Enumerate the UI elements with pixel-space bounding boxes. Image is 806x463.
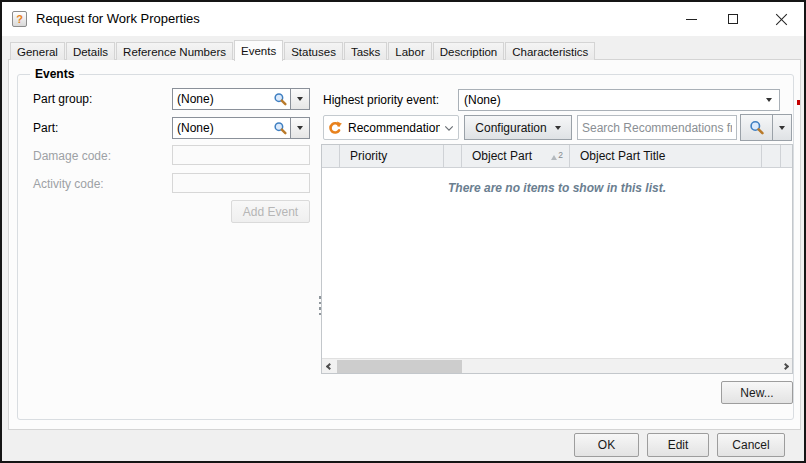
ok-button[interactable]: OK bbox=[574, 433, 639, 457]
minimize-icon bbox=[686, 19, 697, 20]
highest-priority-event-label: Highest priority event: bbox=[323, 93, 439, 107]
help-document-icon: ? bbox=[12, 11, 27, 27]
chevron-left-icon bbox=[325, 363, 332, 370]
edit-button[interactable]: Edit bbox=[647, 433, 709, 457]
tab-tasks[interactable]: Tasks bbox=[344, 42, 387, 60]
required-indicator bbox=[797, 100, 800, 105]
tab-reference-numbers[interactable]: Reference Numbers bbox=[116, 42, 233, 60]
tab-characteristics[interactable]: Characteristics bbox=[505, 42, 595, 60]
part-group-label: Part group: bbox=[33, 92, 92, 106]
tab-strip: General Details Reference Numbers Events… bbox=[10, 41, 596, 60]
part-dropdown-button[interactable] bbox=[290, 118, 309, 138]
maximize-button[interactable] bbox=[716, 2, 750, 36]
search-input[interactable] bbox=[577, 115, 737, 140]
chevron-down-icon bbox=[759, 98, 779, 102]
column-blank-3[interactable] bbox=[762, 145, 781, 167]
part-group-value: (None) bbox=[173, 89, 270, 109]
activity-code-label: Activity code: bbox=[33, 177, 104, 191]
chevron-down-icon bbox=[297, 126, 303, 130]
chevron-down-icon bbox=[297, 97, 303, 101]
close-button[interactable] bbox=[764, 2, 798, 36]
group-legend: Events bbox=[30, 67, 79, 81]
scroll-right-button[interactable] bbox=[778, 359, 792, 374]
column-object-part-title[interactable]: Object Part Title bbox=[570, 145, 762, 167]
title-bar[interactable]: ? Request for Work Properties bbox=[2, 2, 804, 36]
column-priority[interactable]: Priority bbox=[340, 145, 444, 167]
chevron-down-icon bbox=[779, 126, 785, 130]
sort-order: 2 bbox=[558, 151, 563, 160]
damage-code-label: Damage code: bbox=[33, 149, 111, 163]
recommendations-source-combo[interactable]: Recommendations fi bbox=[323, 115, 459, 140]
part-group-lookup[interactable]: (None) bbox=[172, 88, 310, 110]
tab-general[interactable]: General bbox=[10, 42, 65, 60]
configuration-button[interactable]: Configuration bbox=[464, 115, 572, 140]
column-blank-2[interactable] bbox=[444, 145, 462, 167]
column-blank-1[interactable] bbox=[322, 145, 340, 167]
tab-statuses[interactable]: Statuses bbox=[284, 42, 343, 60]
window-title: Request for Work Properties bbox=[36, 11, 200, 26]
empty-list-message: There are no items to show in this list. bbox=[322, 181, 792, 195]
tab-details[interactable]: Details bbox=[66, 42, 115, 60]
part-label: Part: bbox=[33, 121, 58, 135]
new-button[interactable]: New... bbox=[721, 381, 793, 404]
chevron-right-icon bbox=[781, 363, 788, 370]
list-header: Priority Object Part 2 Object Part Title bbox=[322, 145, 792, 168]
damage-code-field bbox=[172, 145, 310, 165]
tab-description[interactable]: Description bbox=[433, 42, 505, 60]
minimize-button[interactable] bbox=[674, 2, 708, 36]
cancel-button[interactable]: Cancel bbox=[717, 433, 785, 457]
search-magnifier-icon[interactable] bbox=[270, 89, 290, 109]
search-options-dropdown-button[interactable] bbox=[772, 114, 792, 141]
part-group-dropdown-button[interactable] bbox=[290, 89, 309, 109]
column-filler bbox=[781, 145, 792, 167]
scroll-left-button[interactable] bbox=[322, 359, 336, 374]
tab-events[interactable]: Events bbox=[234, 40, 283, 61]
horizontal-scrollbar[interactable] bbox=[322, 358, 792, 373]
chevron-down-icon bbox=[440, 124, 458, 132]
highest-priority-event-combo[interactable]: (None) bbox=[458, 89, 780, 111]
search-magnifier-icon[interactable] bbox=[270, 118, 290, 138]
events-tab-page: Events Part group: (None) Part: (None) D… bbox=[8, 59, 801, 430]
scrollbar-thumb[interactable] bbox=[337, 360, 462, 373]
activity-code-field bbox=[172, 173, 310, 193]
recommendations-refresh-icon bbox=[324, 121, 344, 135]
sort-ascending-icon: 2 bbox=[551, 151, 563, 160]
chevron-down-icon bbox=[555, 126, 561, 130]
tab-labor[interactable]: Labor bbox=[388, 42, 431, 60]
add-event-button: Add Event bbox=[231, 200, 310, 223]
highest-priority-event-value: (None) bbox=[459, 93, 759, 107]
search-button[interactable] bbox=[740, 114, 773, 141]
configuration-label: Configuration bbox=[475, 121, 546, 135]
dialog-request-for-work-properties: ? Request for Work Properties General De… bbox=[0, 0, 806, 463]
part-lookup[interactable]: (None) bbox=[172, 117, 310, 139]
maximize-icon bbox=[728, 14, 738, 24]
search-magnifier-icon bbox=[749, 120, 765, 136]
part-value: (None) bbox=[173, 118, 270, 138]
close-icon bbox=[775, 13, 788, 26]
recommendations-source-value: Recommendations fi bbox=[344, 121, 440, 135]
column-object-part[interactable]: Object Part 2 bbox=[462, 145, 570, 167]
recommendations-list: Priority Object Part 2 Object Part Title… bbox=[321, 144, 793, 374]
